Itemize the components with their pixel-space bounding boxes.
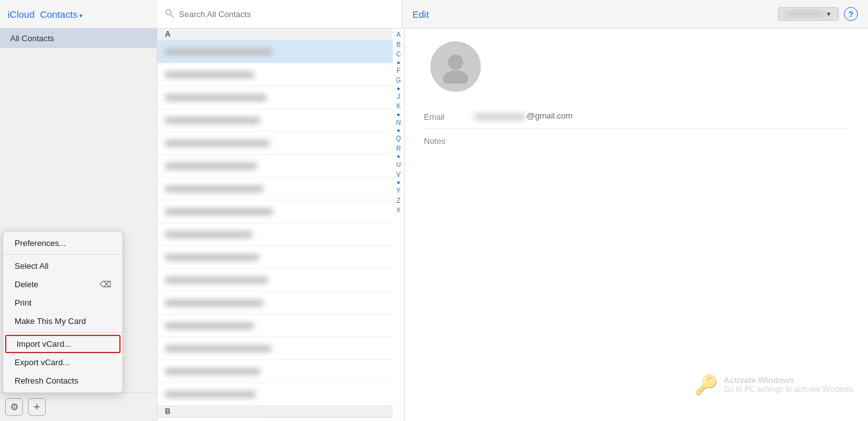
alphabet-index: A B C F G J K N Q R U V Y Z # xyxy=(393,29,404,421)
context-menu-item-select-all[interactable]: Select All xyxy=(3,257,122,275)
avatar-area xyxy=(424,41,849,92)
help-button[interactable]: ? xyxy=(844,7,858,21)
context-menu-item-preferences[interactable]: Preferences... xyxy=(3,234,122,252)
edit-label: Edit xyxy=(412,9,429,20)
contacts-scroll[interactable]: A xyxy=(157,29,393,421)
contact-name xyxy=(165,94,266,101)
contact-row[interactable] xyxy=(157,337,393,360)
sidebar-item-all-contacts[interactable]: All Contacts xyxy=(0,29,157,48)
contact-row[interactable] xyxy=(157,86,393,109)
alpha-dot-1[interactable] xyxy=(397,62,400,64)
brand-area: iCloud Contacts▾ xyxy=(0,9,157,20)
contact-row[interactable] xyxy=(157,360,393,383)
context-menu-item-export-vcard[interactable]: Export vCard... xyxy=(3,353,122,372)
contact-row[interactable] xyxy=(157,314,393,337)
alpha-y[interactable]: Y xyxy=(397,186,401,196)
delete-icon: ⌫ xyxy=(100,280,111,289)
alpha-v[interactable]: V xyxy=(397,170,401,180)
alpha-dot-6[interactable] xyxy=(397,181,400,184)
alpha-dot-4[interactable] xyxy=(397,129,400,132)
sidebar: All Contacts Preferences... Select All D… xyxy=(0,29,157,421)
contact-name xyxy=(165,254,259,261)
contact-row[interactable] xyxy=(157,155,393,178)
contacts-list: A xyxy=(157,29,405,421)
contact-row[interactable] xyxy=(157,63,393,86)
svg-point-2 xyxy=(448,55,463,70)
contact-row[interactable] xyxy=(157,418,393,421)
contact-name xyxy=(165,231,253,238)
contact-row[interactable] xyxy=(157,178,393,200)
gear-button[interactable]: ⚙ xyxy=(5,398,23,416)
detail-panel: Email @gmail.com Notes 🔑 Activate Window… xyxy=(405,29,868,421)
contact-name xyxy=(165,277,268,283)
contact-name xyxy=(165,117,260,124)
contact-row[interactable] xyxy=(157,383,393,406)
email-row: Email @gmail.com xyxy=(424,105,849,129)
activate-windows-watermark: 🔑 Activate Windows Go to PC settings to … xyxy=(694,373,855,396)
contact-row[interactable] xyxy=(157,109,393,132)
sidebar-footer: ⚙ + xyxy=(0,392,157,421)
contact-name xyxy=(165,186,263,192)
alpha-n[interactable]: N xyxy=(396,118,400,128)
alpha-dot-3[interactable] xyxy=(397,113,400,116)
svg-line-1 xyxy=(171,15,173,17)
context-menu-separator-2 xyxy=(3,332,122,333)
avatar-icon xyxy=(438,49,473,84)
email-label: Email xyxy=(424,111,475,122)
contact-row[interactable] xyxy=(157,132,393,155)
activate-windows-subtitle: Go to PC settings to activate Windows. xyxy=(724,385,855,394)
alpha-a[interactable]: A xyxy=(397,30,401,40)
contact-row[interactable] xyxy=(157,41,393,63)
app-name-label[interactable]: Contacts xyxy=(40,9,77,20)
context-menu-item-print[interactable]: Print xyxy=(3,294,122,312)
email-value: @gmail.com xyxy=(475,111,849,120)
context-menu-item-import-vcard[interactable]: Import vCard... xyxy=(5,335,121,353)
add-contact-button[interactable]: + xyxy=(28,398,46,416)
action-dropdown-button[interactable]: ▾ xyxy=(778,7,839,21)
contact-name xyxy=(165,72,254,78)
contact-row[interactable] xyxy=(157,200,393,223)
alpha-dot-2[interactable] xyxy=(397,87,400,90)
activate-windows-text: Activate Windows Go to PC settings to ac… xyxy=(724,375,855,394)
alpha-j[interactable]: J xyxy=(397,92,400,102)
search-input[interactable] xyxy=(179,10,394,19)
contact-name xyxy=(165,140,270,146)
svg-point-3 xyxy=(443,70,468,84)
contact-row[interactable] xyxy=(157,223,393,246)
contact-row[interactable] xyxy=(157,246,393,269)
contact-name xyxy=(165,368,260,375)
contact-name xyxy=(165,391,256,398)
search-icon xyxy=(165,9,174,20)
contact-row[interactable] xyxy=(157,269,393,292)
alpha-c[interactable]: C xyxy=(396,49,400,60)
alpha-dot-5[interactable] xyxy=(397,155,400,158)
notes-label: Notes xyxy=(424,135,475,146)
gear-icon: ⚙ xyxy=(10,401,18,413)
app-dropdown-arrow[interactable]: ▾ xyxy=(79,12,82,19)
alpha-k[interactable]: K xyxy=(397,101,401,112)
alpha-g[interactable]: G xyxy=(396,75,401,86)
context-menu-item-refresh-contacts[interactable]: Refresh Contacts xyxy=(3,372,122,390)
alpha-b[interactable]: B xyxy=(397,40,401,50)
alpha-hash[interactable]: # xyxy=(397,205,400,216)
alpha-r[interactable]: R xyxy=(396,144,400,154)
contact-name xyxy=(165,209,273,215)
alpha-z[interactable]: Z xyxy=(397,196,400,206)
context-menu-item-delete[interactable]: Delete ⌫ xyxy=(3,275,122,294)
alpha-f[interactable]: F xyxy=(397,66,400,76)
section-header-b: B xyxy=(157,406,393,418)
dropdown-arrow-icon: ▾ xyxy=(827,10,831,18)
context-menu-item-make-my-card[interactable]: Make This My Card xyxy=(3,312,122,330)
section-header-a: A xyxy=(157,29,393,41)
icloud-brand: iCloud xyxy=(8,9,35,20)
alpha-q[interactable]: Q xyxy=(396,134,401,144)
search-bar xyxy=(157,0,402,28)
contact-name xyxy=(165,300,263,306)
top-bar-right: Edit ▾ ? xyxy=(402,7,868,21)
contact-row[interactable] xyxy=(157,292,393,314)
alpha-u[interactable]: U xyxy=(396,160,400,170)
top-bar-actions: ▾ ? xyxy=(778,7,858,21)
email-domain: @gmail.com xyxy=(527,111,572,120)
avatar xyxy=(430,41,481,92)
main-content: All Contacts Preferences... Select All D… xyxy=(0,29,868,421)
